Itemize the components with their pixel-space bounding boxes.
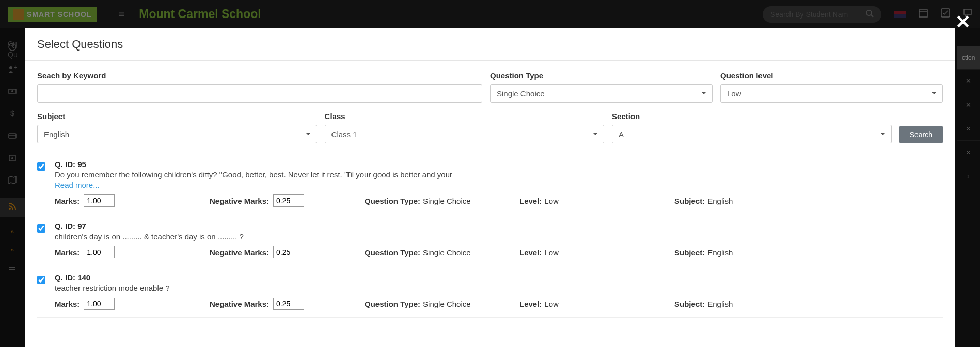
meta-qtype-value: Single Choice: [423, 248, 471, 257]
meta-negative-marks: Negative Marks:: [210, 246, 365, 258]
meta-marks-label: Marks:: [55, 248, 80, 257]
meta-qtype-value: Single Choice: [423, 300, 471, 308]
modal-body: Seach by Keyword Question Type Single Ch…: [25, 61, 955, 328]
question-meta: Marks: Negative Marks: Question Type: Si…: [55, 194, 943, 207]
meta-subject-label: Subject:: [674, 248, 705, 257]
question-item: Q. ID: 95 Do you remember the following …: [37, 153, 943, 214]
meta-level-value: Low: [544, 248, 559, 257]
modal-header: Select Questions: [25, 28, 955, 61]
meta-subject: Subject: English: [674, 298, 943, 310]
meta-subject-label: Subject:: [674, 300, 705, 308]
marks-input[interactable]: [84, 194, 115, 207]
question-content: Q. ID: 95 Do you remember the following …: [55, 160, 943, 207]
question-meta: Marks: Negative Marks: Question Type: Si…: [55, 246, 943, 258]
question-id: Q. ID: 95: [55, 160, 943, 169]
class-select[interactable]: Class 1: [325, 125, 605, 143]
meta-level-label: Level:: [519, 248, 542, 257]
meta-qtype-value: Single Choice: [423, 196, 471, 205]
subject-select[interactable]: English: [37, 125, 317, 143]
meta-level: Level: Low: [519, 246, 674, 258]
meta-subject: Subject: English: [674, 246, 943, 258]
question-content: Q. ID: 140 teacher restriction mode enab…: [55, 273, 943, 310]
question-text: Do you remember the following children's…: [55, 170, 943, 179]
class-label: Class: [325, 112, 605, 121]
filter-row-2: Subject English Class Class 1 Section A …: [37, 112, 943, 143]
filter-class: Class Class 1: [325, 112, 605, 143]
question-id: Q. ID: 97: [55, 222, 943, 230]
search-button[interactable]: Search: [899, 126, 943, 143]
qlevel-label: Question level: [720, 71, 943, 80]
meta-negative-marks: Negative Marks:: [210, 194, 365, 207]
marks-input[interactable]: [84, 246, 115, 258]
meta-subject-value: English: [707, 196, 733, 205]
question-item: Q. ID: 140 teacher restriction mode enab…: [37, 266, 943, 318]
filter-search: Search: [899, 126, 943, 143]
meta-subject-value: English: [707, 248, 733, 257]
meta-subject: Subject: English: [674, 194, 943, 207]
filter-question-level: Question level Low: [720, 71, 943, 103]
meta-level: Level: Low: [519, 298, 674, 310]
keyword-input[interactable]: [37, 84, 482, 103]
meta-level-value: Low: [544, 196, 559, 205]
meta-marks-label: Marks:: [55, 196, 80, 205]
meta-level-label: Level:: [519, 300, 542, 308]
filter-row-1: Seach by Keyword Question Type Single Ch…: [37, 71, 943, 103]
filter-subject: Subject English: [37, 112, 317, 143]
questions-list: Q. ID: 95 Do you remember the following …: [37, 153, 943, 318]
question-text: teacher restriction mode enable ?: [55, 284, 943, 292]
filter-question-type: Question Type Single Choice: [490, 71, 713, 103]
subject-label: Subject: [37, 112, 317, 121]
question-meta: Marks: Negative Marks: Question Type: Si…: [55, 298, 943, 310]
negative-marks-input[interactable]: [273, 246, 304, 258]
meta-neg-label: Negative Marks:: [210, 196, 269, 205]
read-more-link[interactable]: Read more...: [55, 180, 943, 189]
meta-level: Level: Low: [519, 194, 674, 207]
question-checkbox[interactable]: [37, 162, 45, 171]
meta-qtype-label: Question Type:: [365, 300, 420, 308]
question-text: children's day is on ......... & teacher…: [55, 232, 943, 241]
section-select[interactable]: A: [612, 125, 892, 143]
meta-neg-label: Negative Marks:: [210, 300, 269, 308]
meta-negative-marks: Negative Marks:: [210, 298, 365, 310]
filter-section: Section A: [612, 112, 892, 143]
meta-qtype-label: Question Type:: [365, 248, 420, 257]
qlevel-select[interactable]: Low: [720, 84, 943, 103]
meta-neg-label: Negative Marks:: [210, 248, 269, 257]
meta-qtype: Question Type: Single Choice: [365, 298, 519, 310]
meta-marks-label: Marks:: [55, 300, 80, 308]
negative-marks-input[interactable]: [273, 194, 304, 207]
meta-subject-value: English: [707, 300, 733, 308]
meta-marks: Marks:: [55, 246, 210, 258]
meta-qtype-label: Question Type:: [365, 196, 420, 205]
negative-marks-input[interactable]: [273, 298, 304, 310]
question-content: Q. ID: 97 children's day is on .........…: [55, 222, 943, 258]
meta-qtype: Question Type: Single Choice: [365, 246, 519, 258]
meta-level-value: Low: [544, 300, 559, 308]
section-label: Section: [612, 112, 892, 121]
marks-input[interactable]: [84, 298, 115, 310]
qtype-label: Question Type: [490, 71, 713, 80]
select-questions-modal: Select Questions Seach by Keyword Questi…: [25, 28, 955, 347]
modal-close-icon[interactable]: ✕: [955, 13, 971, 31]
meta-marks: Marks:: [55, 298, 210, 310]
keyword-label: Seach by Keyword: [37, 71, 482, 80]
meta-subject-label: Subject:: [674, 196, 705, 205]
modal-title: Select Questions: [37, 38, 943, 51]
question-item: Q. ID: 97 children's day is on .........…: [37, 214, 943, 266]
meta-marks: Marks:: [55, 194, 210, 207]
filter-keyword: Seach by Keyword: [37, 71, 482, 103]
qtype-select[interactable]: Single Choice: [490, 84, 713, 103]
meta-qtype: Question Type: Single Choice: [365, 194, 519, 207]
question-checkbox[interactable]: [37, 276, 45, 284]
question-id: Q. ID: 140: [55, 273, 943, 282]
meta-level-label: Level:: [519, 196, 542, 205]
question-checkbox[interactable]: [37, 224, 45, 233]
